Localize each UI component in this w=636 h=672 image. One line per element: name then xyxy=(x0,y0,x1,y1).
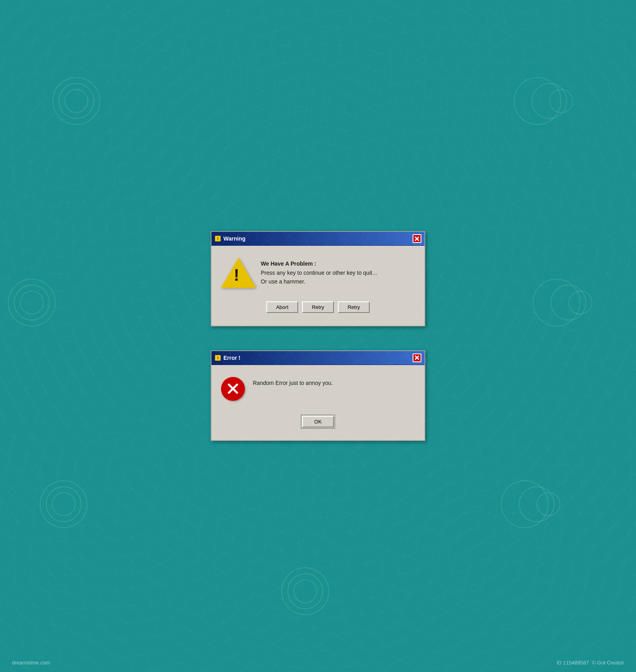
warning-message-line2: Press any key to continue or other key t… xyxy=(261,270,378,276)
error-message: Random Error just to annoy you. xyxy=(253,377,415,387)
error-title-label: Error ! xyxy=(223,355,240,361)
error-dialog-body: Random Error just to annoy you. OK xyxy=(211,365,425,440)
warning-dialog: Warning We Have A Problem : Press any ke… xyxy=(211,231,425,326)
warning-triangle xyxy=(221,258,256,288)
dreamstime-watermark: dreamstime.com xyxy=(12,660,50,666)
background-rings xyxy=(0,0,636,672)
warning-icon xyxy=(221,258,253,286)
warning-message-line3: Or use a hammer. xyxy=(261,278,305,285)
stock-id: ID 115489587 © Got Creator xyxy=(556,660,624,666)
warning-title-bar: Warning xyxy=(211,232,425,246)
warning-close-button[interactable] xyxy=(413,234,421,243)
warning-message-line1: We Have A Problem : xyxy=(261,260,316,267)
error-title-text: Error ! xyxy=(215,355,240,361)
warning-dialog-body: We Have A Problem : Press any key to con… xyxy=(211,246,425,325)
retry-button-2[interactable]: Retry xyxy=(338,301,370,313)
error-title-bar: Error ! xyxy=(211,351,425,365)
error-icon xyxy=(221,377,245,401)
warning-message: We Have A Problem : Press any key to con… xyxy=(261,258,415,286)
error-buttons: OK xyxy=(221,413,415,432)
warning-title-text: Warning xyxy=(215,235,245,242)
abort-button[interactable]: Abort xyxy=(266,301,298,313)
warning-buttons: Abort Retry Retry xyxy=(221,298,415,318)
warning-content-area: We Have A Problem : Press any key to con… xyxy=(221,254,415,290)
error-dialog: Error ! Random Error just to annoy you. … xyxy=(211,350,425,441)
retry-button-1[interactable]: Retry xyxy=(302,301,334,313)
error-close-button[interactable] xyxy=(413,353,421,362)
error-content-area: Random Error just to annoy you. xyxy=(221,373,415,405)
ok-button[interactable]: OK xyxy=(302,416,334,427)
